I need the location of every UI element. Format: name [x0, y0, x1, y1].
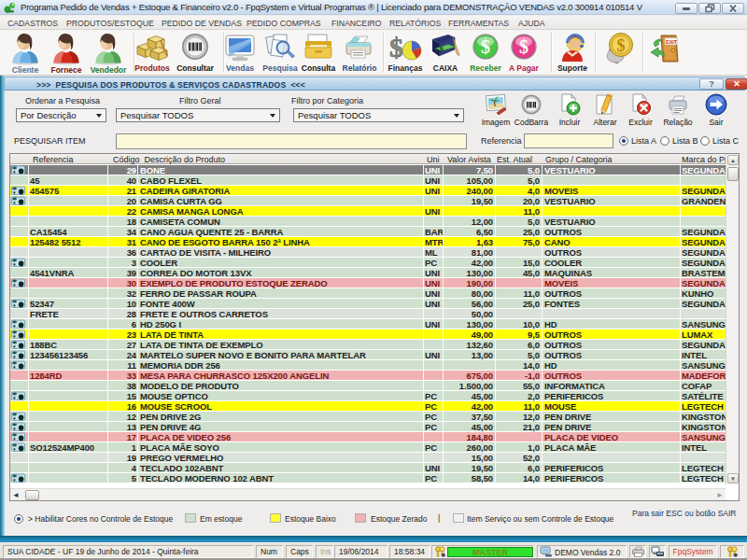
svg-text:$: $	[617, 36, 626, 55]
svg-text:$: $	[519, 36, 529, 57]
svg-text:$: $	[389, 32, 403, 63]
svg-text:$: $	[481, 36, 490, 57]
svg-text:EXIT: EXIT	[666, 39, 678, 45]
